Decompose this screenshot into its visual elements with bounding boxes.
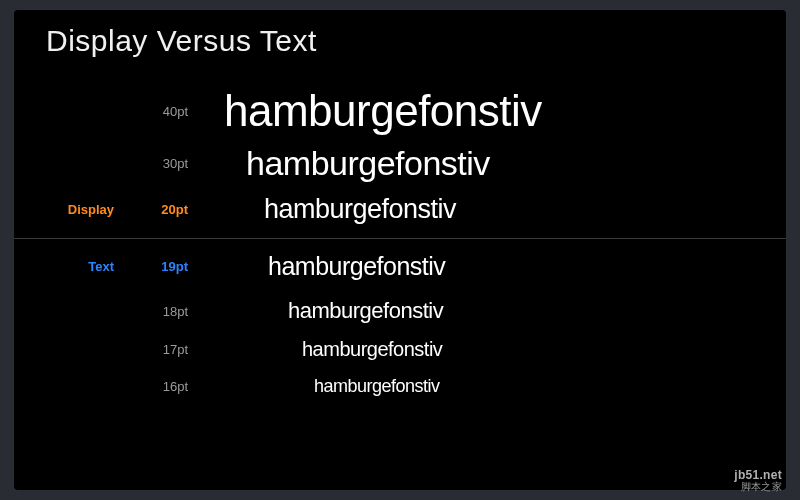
watermark: jb51.net 脚本之家 bbox=[734, 468, 782, 494]
sample-row: 30pt hamburgefonstiv bbox=[14, 144, 786, 183]
size-label: 30pt bbox=[132, 156, 188, 171]
sample-text: hamburgefonstiv bbox=[268, 252, 445, 281]
section-divider bbox=[14, 238, 786, 239]
category-label: Display bbox=[14, 202, 114, 217]
size-label: 18pt bbox=[132, 304, 188, 319]
size-label: 16pt bbox=[132, 379, 188, 394]
sample-row: 18pt hamburgefonstiv bbox=[14, 298, 786, 324]
sample-row: 16pt hamburgefonstiv bbox=[14, 376, 786, 397]
size-label: 17pt bbox=[132, 342, 188, 357]
sample-text: hamburgefonstiv bbox=[288, 298, 443, 324]
sample-row: 40pt hamburgefonstiv bbox=[14, 86, 786, 136]
sample-text: hamburgefonstiv bbox=[264, 194, 456, 225]
size-label: 19pt bbox=[132, 259, 188, 274]
sample-text: hamburgefonstiv bbox=[246, 144, 490, 183]
sample-text: hamburgefonstiv bbox=[302, 338, 442, 361]
sample-text: hamburgefonstiv bbox=[314, 376, 440, 397]
slide: Display Versus Text 40pt hamburgefonstiv… bbox=[14, 10, 786, 490]
category-label: Text bbox=[14, 259, 114, 274]
size-label: 20pt bbox=[132, 202, 188, 217]
page-title: Display Versus Text bbox=[46, 24, 317, 58]
sample-row: Text 19pt hamburgefonstiv bbox=[14, 252, 786, 281]
sample-row: Display 20pt hamburgefonstiv bbox=[14, 194, 786, 225]
sample-row: 17pt hamburgefonstiv bbox=[14, 338, 786, 361]
watermark-line2: 脚本之家 bbox=[734, 480, 782, 494]
size-label: 40pt bbox=[132, 104, 188, 119]
sample-text: hamburgefonstiv bbox=[224, 86, 542, 136]
